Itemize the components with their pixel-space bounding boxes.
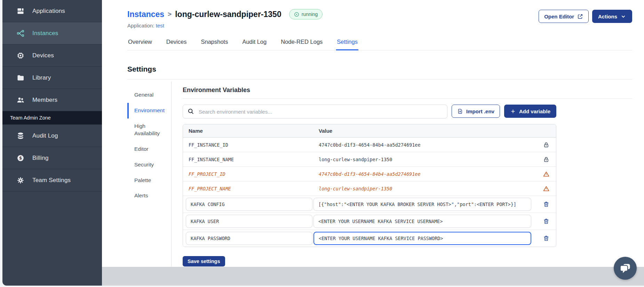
- settings-nav-general[interactable]: General: [127, 87, 171, 103]
- application-label: Application:: [127, 23, 154, 28]
- sidebar-admin-nav: Audit Log$BillingTeam Settings: [2, 125, 102, 191]
- plus-icon: [510, 108, 516, 114]
- tab-node-red-logs[interactable]: Node-RED Logs: [280, 35, 323, 50]
- sidebar-item-library[interactable]: Library: [2, 67, 102, 89]
- application-link[interactable]: test: [156, 23, 164, 28]
- actions-button[interactable]: Actions: [592, 10, 632, 23]
- applications-icon: [16, 7, 25, 15]
- settings-nav-palette[interactable]: Palette: [127, 173, 171, 188]
- library-icon: [16, 74, 25, 82]
- warning-icon: [543, 185, 550, 192]
- env-name-input-kafka-user[interactable]: [186, 215, 312, 228]
- import-env-label: Import .env: [466, 108, 494, 114]
- chat-launcher-button[interactable]: [614, 257, 637, 280]
- document-download-icon: [457, 108, 463, 114]
- lock-icon: [543, 141, 550, 148]
- delete-variable-button[interactable]: [542, 234, 550, 243]
- env-row-ff-instance-name: FF_INSTANCE_NAMElong-curlew-sandpiper-13…: [183, 152, 556, 167]
- trash-icon: [543, 218, 550, 225]
- chat-bubbles-icon: [619, 262, 631, 274]
- env-value-input-kafka-config[interactable]: [313, 198, 531, 211]
- env-variables-table: NameValueFF_INSTANCE_ID4747c0bd-d1f3-465…: [183, 124, 556, 247]
- play-circle-icon: [294, 12, 299, 17]
- settings-nav-high-availability[interactable]: High Availability: [127, 118, 171, 141]
- environment-panel: Environment Variables Import .env Ad: [171, 82, 632, 266]
- tab-settings[interactable]: Settings: [336, 35, 358, 50]
- env-value-input-kafka-user[interactable]: [313, 215, 531, 228]
- audit-log-icon: [16, 132, 25, 140]
- env-name: FF_INSTANCE_ID: [183, 142, 315, 148]
- sidebar-item-label: Instances: [32, 30, 58, 37]
- tab-snapshots[interactable]: Snapshots: [200, 35, 229, 50]
- sidebar-item-audit-log[interactable]: Audit Log: [2, 125, 102, 147]
- settings-nav-alerts[interactable]: Alerts: [127, 188, 171, 204]
- application-row: Application: test: [127, 23, 632, 28]
- import-env-button[interactable]: Import .env: [452, 105, 500, 118]
- column-header-name: Name: [183, 128, 315, 134]
- sidebar-item-label: Library: [32, 74, 51, 81]
- sidebar-item-label: Members: [32, 97, 57, 104]
- env-table-header: NameValue: [183, 124, 556, 138]
- env-row-kafka-password: [183, 230, 556, 247]
- settings-nav-environment[interactable]: Environment: [127, 103, 171, 118]
- sidebar-item-label: Billing: [32, 155, 49, 162]
- search-icon: [187, 108, 194, 115]
- actions-label: Actions: [598, 14, 617, 19]
- environment-variables-title: Environment Variables: [183, 87, 632, 99]
- env-row-kafka-user: [183, 213, 556, 230]
- search-box: [183, 105, 447, 118]
- env-name-input-kafka-config[interactable]: [186, 198, 312, 211]
- sidebar-item-label: Devices: [32, 52, 54, 59]
- sidebar-item-label: Applications: [32, 8, 65, 15]
- status-badge: running: [289, 9, 323, 19]
- add-variable-button[interactable]: Add variable: [504, 105, 556, 118]
- external-link-icon: [577, 14, 583, 19]
- env-value: long-curlew-sandpiper-1350: [315, 157, 536, 162]
- tab-audit-log[interactable]: Audit Log: [241, 35, 267, 50]
- settings-title: Settings: [127, 65, 632, 80]
- settings-section: Settings GeneralEnvironmentHigh Availabi…: [102, 65, 644, 266]
- settings-nav-security[interactable]: Security: [127, 157, 171, 173]
- breadcrumb-instances-link[interactable]: Instances: [127, 10, 164, 19]
- instance-name: long-curlew-sandpiper-1350: [175, 10, 281, 19]
- sidebar-main-nav: ApplicationsInstancesDevicesLibraryMembe…: [2, 0, 102, 111]
- delete-variable-button[interactable]: [542, 200, 550, 208]
- sidebar-item-label: Team Settings: [32, 177, 71, 184]
- sidebar: ApplicationsInstancesDevicesLibraryMembe…: [2, 0, 102, 286]
- team-settings-icon: [16, 176, 25, 184]
- sidebar-item-members[interactable]: Members: [2, 89, 102, 111]
- settings-subnav: GeneralEnvironmentHigh AvailabilityEdito…: [127, 82, 171, 266]
- tab-overview[interactable]: Overview: [127, 35, 153, 50]
- sidebar-item-applications[interactable]: Applications: [2, 0, 102, 22]
- save-settings-button[interactable]: Save settings: [183, 256, 225, 266]
- svg-text:$: $: [19, 156, 22, 161]
- env-name: FF_PROJECT_NAME: [183, 186, 315, 191]
- env-value-input-kafka-password[interactable]: [313, 232, 531, 245]
- members-icon: [16, 96, 25, 104]
- env-value: 4747c0bd-d1f3-4654-84b4-aa5d274691ee: [315, 171, 536, 177]
- page: ApplicationsInstancesDevicesLibraryMembe…: [0, 0, 644, 287]
- delete-variable-button[interactable]: [542, 217, 550, 226]
- billing-icon: $: [16, 154, 25, 162]
- breadcrumb: Instances > long-curlew-sandpiper-1350 r…: [127, 9, 632, 19]
- instances-icon: [16, 29, 25, 38]
- tab-devices[interactable]: Devices: [166, 35, 188, 50]
- search-input[interactable]: [183, 105, 447, 118]
- env-name-input-kafka-password[interactable]: [186, 232, 312, 245]
- sidebar-item-devices[interactable]: Devices: [2, 44, 102, 67]
- lock-icon: [543, 156, 550, 163]
- instance-header: Instances > long-curlew-sandpiper-1350 r…: [102, 9, 644, 50]
- open-editor-button[interactable]: Open Editor: [539, 10, 589, 23]
- status-badge-label: running: [302, 11, 318, 17]
- column-header-value: Value: [315, 128, 536, 134]
- header-actions: Open Editor Actions: [539, 10, 632, 23]
- env-row-kafka-config: [183, 196, 556, 213]
- devices-icon: [16, 51, 25, 60]
- sidebar-item-billing[interactable]: $Billing: [2, 147, 102, 169]
- trash-icon: [543, 201, 550, 208]
- settings-nav-editor[interactable]: Editor: [127, 141, 171, 157]
- warning-icon: [543, 171, 550, 178]
- open-editor-label: Open Editor: [544, 14, 574, 19]
- sidebar-item-instances[interactable]: Instances: [2, 22, 102, 44]
- sidebar-item-team-settings[interactable]: Team Settings: [2, 169, 102, 191]
